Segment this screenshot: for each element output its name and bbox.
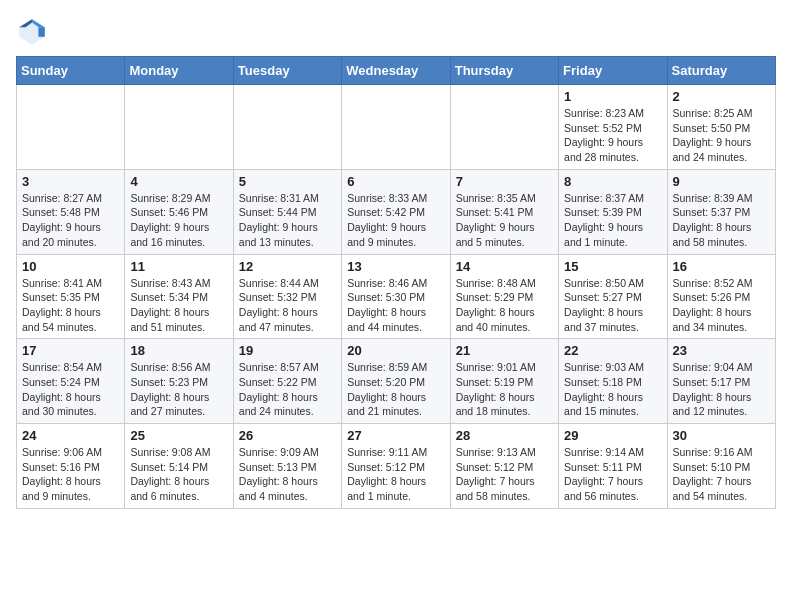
day-cell: 22Sunrise: 9:03 AMSunset: 5:18 PMDayligh… <box>559 339 667 424</box>
day-info: Sunrise: 9:16 AMSunset: 5:10 PMDaylight:… <box>673 445 770 504</box>
day-cell: 17Sunrise: 8:54 AMSunset: 5:24 PMDayligh… <box>17 339 125 424</box>
day-info: Sunrise: 9:06 AMSunset: 5:16 PMDaylight:… <box>22 445 119 504</box>
day-cell: 20Sunrise: 8:59 AMSunset: 5:20 PMDayligh… <box>342 339 450 424</box>
day-cell: 7Sunrise: 8:35 AMSunset: 5:41 PMDaylight… <box>450 169 558 254</box>
day-cell: 4Sunrise: 8:29 AMSunset: 5:46 PMDaylight… <box>125 169 233 254</box>
day-number: 29 <box>564 428 661 443</box>
day-number: 18 <box>130 343 227 358</box>
day-number: 13 <box>347 259 444 274</box>
calendar-header: SundayMondayTuesdayWednesdayThursdayFrid… <box>17 57 776 85</box>
day-cell: 13Sunrise: 8:46 AMSunset: 5:30 PMDayligh… <box>342 254 450 339</box>
day-header-wednesday: Wednesday <box>342 57 450 85</box>
day-cell: 15Sunrise: 8:50 AMSunset: 5:27 PMDayligh… <box>559 254 667 339</box>
day-info: Sunrise: 8:46 AMSunset: 5:30 PMDaylight:… <box>347 276 444 335</box>
day-info: Sunrise: 8:25 AMSunset: 5:50 PMDaylight:… <box>673 106 770 165</box>
day-info: Sunrise: 8:27 AMSunset: 5:48 PMDaylight:… <box>22 191 119 250</box>
day-info: Sunrise: 9:09 AMSunset: 5:13 PMDaylight:… <box>239 445 336 504</box>
day-header-friday: Friday <box>559 57 667 85</box>
week-row-4: 17Sunrise: 8:54 AMSunset: 5:24 PMDayligh… <box>17 339 776 424</box>
day-info: Sunrise: 9:03 AMSunset: 5:18 PMDaylight:… <box>564 360 661 419</box>
day-info: Sunrise: 8:52 AMSunset: 5:26 PMDaylight:… <box>673 276 770 335</box>
day-info: Sunrise: 9:04 AMSunset: 5:17 PMDaylight:… <box>673 360 770 419</box>
day-info: Sunrise: 9:08 AMSunset: 5:14 PMDaylight:… <box>130 445 227 504</box>
day-header-monday: Monday <box>125 57 233 85</box>
logo <box>16 16 52 48</box>
day-info: Sunrise: 8:23 AMSunset: 5:52 PMDaylight:… <box>564 106 661 165</box>
day-cell: 21Sunrise: 9:01 AMSunset: 5:19 PMDayligh… <box>450 339 558 424</box>
day-cell: 3Sunrise: 8:27 AMSunset: 5:48 PMDaylight… <box>17 169 125 254</box>
day-cell: 18Sunrise: 8:56 AMSunset: 5:23 PMDayligh… <box>125 339 233 424</box>
svg-marker-3 <box>38 27 44 37</box>
day-info: Sunrise: 9:14 AMSunset: 5:11 PMDaylight:… <box>564 445 661 504</box>
day-number: 24 <box>22 428 119 443</box>
calendar-table: SundayMondayTuesdayWednesdayThursdayFrid… <box>16 56 776 509</box>
day-cell: 29Sunrise: 9:14 AMSunset: 5:11 PMDayligh… <box>559 424 667 509</box>
day-number: 23 <box>673 343 770 358</box>
calendar-body: 1Sunrise: 8:23 AMSunset: 5:52 PMDaylight… <box>17 85 776 509</box>
day-number: 1 <box>564 89 661 104</box>
day-cell: 14Sunrise: 8:48 AMSunset: 5:29 PMDayligh… <box>450 254 558 339</box>
day-info: Sunrise: 8:50 AMSunset: 5:27 PMDaylight:… <box>564 276 661 335</box>
day-cell <box>125 85 233 170</box>
day-header-tuesday: Tuesday <box>233 57 341 85</box>
day-cell: 27Sunrise: 9:11 AMSunset: 5:12 PMDayligh… <box>342 424 450 509</box>
week-row-1: 1Sunrise: 8:23 AMSunset: 5:52 PMDaylight… <box>17 85 776 170</box>
day-cell: 9Sunrise: 8:39 AMSunset: 5:37 PMDaylight… <box>667 169 775 254</box>
day-number: 26 <box>239 428 336 443</box>
day-number: 17 <box>22 343 119 358</box>
day-number: 10 <box>22 259 119 274</box>
week-row-3: 10Sunrise: 8:41 AMSunset: 5:35 PMDayligh… <box>17 254 776 339</box>
day-info: Sunrise: 8:56 AMSunset: 5:23 PMDaylight:… <box>130 360 227 419</box>
day-number: 3 <box>22 174 119 189</box>
day-number: 12 <box>239 259 336 274</box>
day-number: 20 <box>347 343 444 358</box>
day-header-sunday: Sunday <box>17 57 125 85</box>
day-number: 27 <box>347 428 444 443</box>
day-header-saturday: Saturday <box>667 57 775 85</box>
day-number: 19 <box>239 343 336 358</box>
day-number: 16 <box>673 259 770 274</box>
day-info: Sunrise: 8:41 AMSunset: 5:35 PMDaylight:… <box>22 276 119 335</box>
day-info: Sunrise: 8:37 AMSunset: 5:39 PMDaylight:… <box>564 191 661 250</box>
day-cell <box>233 85 341 170</box>
day-info: Sunrise: 8:33 AMSunset: 5:42 PMDaylight:… <box>347 191 444 250</box>
day-cell: 10Sunrise: 8:41 AMSunset: 5:35 PMDayligh… <box>17 254 125 339</box>
page-header <box>16 16 776 48</box>
day-number: 11 <box>130 259 227 274</box>
day-cell <box>342 85 450 170</box>
day-cell: 23Sunrise: 9:04 AMSunset: 5:17 PMDayligh… <box>667 339 775 424</box>
day-cell: 30Sunrise: 9:16 AMSunset: 5:10 PMDayligh… <box>667 424 775 509</box>
day-cell: 28Sunrise: 9:13 AMSunset: 5:12 PMDayligh… <box>450 424 558 509</box>
day-info: Sunrise: 8:59 AMSunset: 5:20 PMDaylight:… <box>347 360 444 419</box>
day-number: 15 <box>564 259 661 274</box>
header-row: SundayMondayTuesdayWednesdayThursdayFrid… <box>17 57 776 85</box>
day-number: 4 <box>130 174 227 189</box>
day-cell: 1Sunrise: 8:23 AMSunset: 5:52 PMDaylight… <box>559 85 667 170</box>
day-number: 28 <box>456 428 553 443</box>
logo-icon <box>16 16 48 48</box>
day-info: Sunrise: 8:29 AMSunset: 5:46 PMDaylight:… <box>130 191 227 250</box>
day-info: Sunrise: 9:01 AMSunset: 5:19 PMDaylight:… <box>456 360 553 419</box>
day-info: Sunrise: 8:35 AMSunset: 5:41 PMDaylight:… <box>456 191 553 250</box>
day-cell: 26Sunrise: 9:09 AMSunset: 5:13 PMDayligh… <box>233 424 341 509</box>
day-cell: 24Sunrise: 9:06 AMSunset: 5:16 PMDayligh… <box>17 424 125 509</box>
day-cell: 2Sunrise: 8:25 AMSunset: 5:50 PMDaylight… <box>667 85 775 170</box>
day-number: 21 <box>456 343 553 358</box>
day-cell: 8Sunrise: 8:37 AMSunset: 5:39 PMDaylight… <box>559 169 667 254</box>
day-cell: 19Sunrise: 8:57 AMSunset: 5:22 PMDayligh… <box>233 339 341 424</box>
day-cell: 16Sunrise: 8:52 AMSunset: 5:26 PMDayligh… <box>667 254 775 339</box>
day-number: 8 <box>564 174 661 189</box>
day-info: Sunrise: 8:44 AMSunset: 5:32 PMDaylight:… <box>239 276 336 335</box>
day-number: 14 <box>456 259 553 274</box>
day-number: 25 <box>130 428 227 443</box>
day-cell: 11Sunrise: 8:43 AMSunset: 5:34 PMDayligh… <box>125 254 233 339</box>
day-number: 5 <box>239 174 336 189</box>
day-header-thursday: Thursday <box>450 57 558 85</box>
day-cell <box>17 85 125 170</box>
day-info: Sunrise: 8:48 AMSunset: 5:29 PMDaylight:… <box>456 276 553 335</box>
day-info: Sunrise: 8:54 AMSunset: 5:24 PMDaylight:… <box>22 360 119 419</box>
day-cell: 5Sunrise: 8:31 AMSunset: 5:44 PMDaylight… <box>233 169 341 254</box>
day-info: Sunrise: 8:57 AMSunset: 5:22 PMDaylight:… <box>239 360 336 419</box>
day-info: Sunrise: 8:39 AMSunset: 5:37 PMDaylight:… <box>673 191 770 250</box>
day-info: Sunrise: 8:31 AMSunset: 5:44 PMDaylight:… <box>239 191 336 250</box>
